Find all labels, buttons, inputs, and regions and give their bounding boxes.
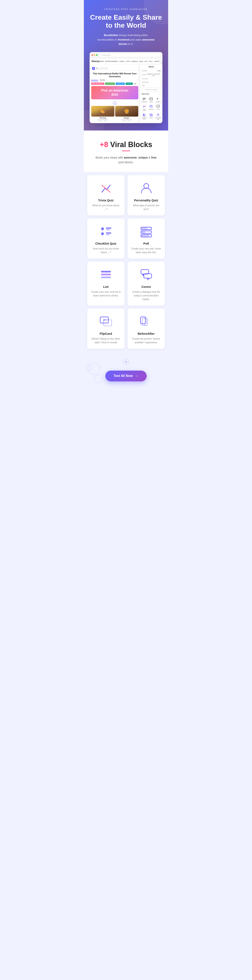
feature-card-poll: Poll Create your own poll, never been ea… (127, 218, 165, 259)
panel-permalink-chevron: › (160, 78, 161, 80)
banner-line1: Pick an American (94, 89, 136, 93)
block-paragraph[interactable]: Paragraph (141, 96, 147, 103)
block-search-input[interactable]: Search for a block (141, 88, 161, 91)
quiz-tab-add[interactable]: + (133, 83, 136, 85)
beforeafter-title: BeforeAfter (131, 332, 162, 335)
svg-rect-22 (150, 114, 152, 115)
food-grid: 🌭 Hot Dog Food Photographer Result 1 - G… (91, 106, 138, 121)
cta-decorative-circle (123, 359, 129, 365)
hero-description: BuzzEditor brings Gutenberg editor funct… (97, 33, 155, 46)
convo-icon (149, 113, 153, 117)
viral-awesome: awesome (124, 156, 136, 159)
trivia-quiz-icon (143, 105, 146, 108)
panel-visibility-row: Visibility Public (140, 69, 162, 73)
results-tab[interactable]: Results (100, 79, 105, 81)
block-checklist-quiz[interactable]: ✱ ✱ Checklist Quiz (141, 112, 147, 121)
beforeafter-feature-icon (139, 314, 154, 329)
hero-desc-text2: and adds (129, 38, 142, 41)
block-heading[interactable]: T Heading (155, 96, 162, 103)
blocks-grid: Paragraph Image T Heading (140, 96, 162, 121)
poll-feature-icon (139, 224, 154, 239)
nav-brand: Newsy (92, 60, 100, 63)
hotdog-name: Hot Dog (91, 117, 114, 119)
browser-mockup: newsy.com Newsy NEWS ENTERTAINMENT FUNNY… (90, 52, 162, 123)
svg-text:✱: ✱ (101, 231, 104, 236)
block-cover[interactable]: Cover (155, 103, 162, 112)
hero-title: Create Easily & Share to the World (89, 13, 163, 29)
svg-rect-43 (141, 235, 149, 237)
block-trivia-quiz[interactable]: Trivia Quiz (141, 103, 147, 112)
block-flipcard[interactable]: FlipCard (148, 103, 154, 112)
svg-rect-53 (141, 317, 146, 324)
convo-desc: Create a dialogue that fits today's comm… (131, 290, 162, 301)
food-item-burger: 🍔 Burger Food Photographer Result 1 - Ge… (115, 106, 138, 121)
svg-rect-55 (144, 317, 145, 326)
most-used-label: Most Used ∧ (140, 92, 162, 96)
hero-subtitle: FRONTEND POST SUBMISSION (89, 8, 163, 10)
poll-desc: Create your own poll, never been easy li… (131, 247, 162, 254)
undo-button[interactable]: ↩ (101, 67, 104, 70)
editor-logo-icon: B (92, 67, 95, 70)
burger-result: Result 1 - Gen X! (115, 120, 138, 121)
hotdog-emoji: 🌭 (100, 109, 105, 114)
editor-toolbar: B B I ↩ ↪ (91, 66, 138, 71)
feature-card-trivia-quiz: Trivia Quiz What do you know about ...? (87, 175, 125, 215)
block-convo[interactable]: Convo (148, 112, 154, 121)
image-icon (149, 97, 153, 101)
quiz-tab-1[interactable]: Pick an Answer (91, 83, 104, 85)
bold-button[interactable]: B (96, 67, 98, 70)
svg-point-5 (150, 98, 151, 99)
svg-point-31 (144, 183, 149, 188)
redo-button[interactable]: ↪ (105, 67, 108, 70)
cta-button-label: Test All Now (114, 374, 133, 378)
hero-desc-text3: to it. (127, 42, 133, 46)
personality-quiz-feature-icon (139, 181, 154, 195)
personality-quiz-icon (156, 113, 160, 117)
quiz-tab-3[interactable]: America Me (116, 83, 125, 85)
collapse-icon[interactable]: ∧ (159, 93, 161, 95)
feature-card-beforeafter: BeforeAfter Create the perfect "before a… (127, 309, 165, 349)
svg-line-7 (143, 106, 144, 107)
editor-content-area: B B I ↩ ↪ This International Buffet Will… (90, 65, 162, 123)
svg-rect-1 (143, 98, 146, 98)
svg-point-0 (101, 54, 102, 56)
quiz-tab-4[interactable]: Find My (125, 83, 133, 85)
trivia-quiz-feature-icon (99, 181, 113, 195)
browser-bar: newsy.com (90, 52, 162, 58)
dot-yellow (94, 54, 95, 56)
browser-dots (92, 54, 98, 56)
search-icon[interactable] (159, 60, 162, 63)
quiz-tab-2[interactable]: Country Me! (105, 83, 115, 85)
burger-image: 🍔 (115, 106, 138, 116)
block-personality-quiz[interactable]: Personality Quiz (155, 112, 162, 121)
editor-format-buttons: B I ↩ ↪ (96, 67, 108, 70)
burger-credit: Food Photographer (115, 119, 138, 120)
trivia-quiz-title: Trivia Quiz (90, 199, 121, 202)
nav-links: NEWS ENTERTAINMENT FUNNY CUTE ANIMALS QU… (100, 60, 159, 62)
svg-rect-39 (141, 227, 147, 230)
svg-text:✱: ✱ (143, 115, 144, 117)
flipcard-icon (149, 105, 153, 108)
svg-line-29 (107, 185, 110, 190)
panel-tags-chevron: › (160, 84, 161, 86)
svg-rect-41 (141, 231, 145, 233)
checklist-quiz-desc: How much do you know about ...? (90, 247, 121, 254)
svg-rect-37 (106, 234, 109, 235)
questions-tab[interactable]: Questions (91, 79, 98, 81)
svg-text:✱: ✱ (101, 226, 104, 231)
dot-green (96, 54, 98, 56)
italic-button[interactable]: I (99, 67, 101, 70)
block-image[interactable]: Image (148, 96, 154, 103)
viral-free: free (151, 156, 157, 159)
hotdog-image: 🌭 (91, 106, 114, 116)
test-all-now-button[interactable]: Test All Now → (105, 371, 147, 382)
svg-rect-15 (157, 107, 160, 107)
paragraph-icon (143, 97, 146, 101)
svg-rect-20 (144, 116, 146, 116)
quiz-answer-tabs: Pick an Answer Country Me! America Me Fi… (91, 83, 138, 85)
panel-permalink-row: Permalink › (140, 77, 162, 81)
dot-red (92, 54, 93, 56)
hero-frontend: frontend (118, 38, 129, 41)
add-block-button[interactable]: + (113, 102, 117, 105)
decorative-circle-2 (94, 375, 102, 383)
